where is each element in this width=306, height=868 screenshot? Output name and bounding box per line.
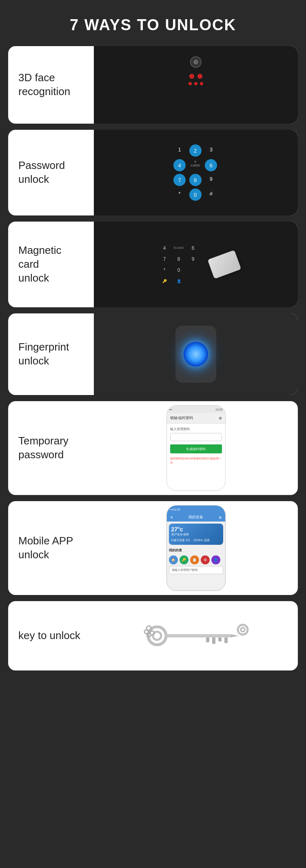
card-visual-temporary: ▪▪▪ 12:00 锁秘-临时密码 ⚙ 输入管理密码 生成临时密码 临时密码在3… xyxy=(94,401,298,495)
svg-point-13 xyxy=(241,628,245,632)
temp-generate-button[interactable]: 生成临时密码 xyxy=(170,444,222,453)
svg-rect-7 xyxy=(206,637,209,642)
fingerprint-device xyxy=(175,326,216,383)
app-icon-1[interactable]: 🏠 xyxy=(169,555,178,564)
mag-key-icon1: 🔑 xyxy=(159,277,170,286)
card-temporary-password: Temporarypassword ▪▪▪ 12:00 锁秘-临时密码 ⚙ 输入… xyxy=(8,401,298,495)
mag-key-7: 7 xyxy=(159,255,170,264)
mag-key-blank2 xyxy=(188,277,198,286)
temp-note-text: 临时密码在30分钟有效时间内只能使用一次 xyxy=(170,457,222,465)
temp-app-header: 锁秘-临时密码 ⚙ xyxy=(167,413,225,424)
app-icon-2[interactable]: 🔑 xyxy=(180,555,188,564)
card-mobile-app: Mobile APPunlock ▪▪▪ 12:00 ✕ 我的设备 ⊕ 27°c… xyxy=(8,501,298,595)
key-star: * xyxy=(173,189,186,198)
card-visual-face xyxy=(94,46,298,124)
face-camera-icon xyxy=(190,56,202,68)
app-password-placeholder: 请输入管理用户密码: xyxy=(172,568,198,571)
key-hash: # xyxy=(205,189,217,198)
temp-app-settings-icon: ⚙ xyxy=(219,416,222,420)
temp-time: 12:00 xyxy=(215,408,223,411)
svg-marker-11 xyxy=(231,634,239,637)
key-8: 8 xyxy=(189,174,202,186)
app-password-box: 请输入管理用户密码: xyxy=(169,566,223,574)
key-illustration xyxy=(141,619,251,652)
card-label-magnetic: Magnetic cardunlock xyxy=(8,235,94,293)
temporary-phone: ▪▪▪ 12:00 锁秘-临时密码 ⚙ 输入管理密码 生成临时密码 临时密码在3… xyxy=(166,405,226,491)
password-phone: 1 2 3 4 5CARD 6 7 8 9 * 0 # xyxy=(167,132,224,213)
card-visual-password: 1 2 3 4 5CARD 6 7 8 9 * 0 # xyxy=(94,130,298,215)
app-icon-4[interactable]: ⚙ xyxy=(201,555,210,564)
key-2: 2 xyxy=(189,144,202,157)
face-dots xyxy=(189,74,202,79)
svg-rect-9 xyxy=(218,637,222,642)
app-add-icon: ⊕ xyxy=(219,515,222,519)
mag-key-4: 4 xyxy=(159,244,170,253)
temp-status-bar: ▪▪▪ 12:00 xyxy=(167,406,225,413)
app-header-bar: ✕ 我的设备 ⊕ xyxy=(167,513,225,522)
app-sub-label: 用户安全·保障 xyxy=(171,533,221,537)
card-visual-fingerprint xyxy=(94,313,298,395)
magnetic-phone: 4 5CARD 6 7 8 9 * 0 🔑 👤 xyxy=(153,226,206,303)
app-temperature: 27°c xyxy=(171,526,221,533)
temp-input-label: 输入管理密码 xyxy=(170,427,222,431)
app-stat-2: 22/20⊕ 温度 xyxy=(193,538,209,542)
app-icon-5[interactable]: 👤 xyxy=(211,555,220,564)
card-visual-magnetic: 4 5CARD 6 7 8 9 * 0 🔑 👤 xyxy=(94,222,298,307)
key-1: 1 xyxy=(173,144,186,154)
key-6: 6 xyxy=(205,159,217,171)
mag-key-6: 6 xyxy=(188,244,198,253)
face-dots-row2 xyxy=(188,82,203,85)
key-0: 0 xyxy=(189,189,202,201)
card-visual-mobile: ▪▪▪ 12:00 ✕ 我的设备 ⊕ 27°c 用户安全·保障 5 磁力设备·5… xyxy=(94,501,298,595)
app-my-devices: 我的的查 xyxy=(167,547,225,554)
card-key-unlock: key to unlock xyxy=(8,601,298,670)
card-label-mobile: Mobile APPunlock xyxy=(8,526,94,570)
card-fingerprint: Fingerprintunlock xyxy=(8,313,298,395)
app-device-card: 27°c 用户安全·保障 5 磁力设备·5元 22/20⊕ 温度 xyxy=(169,524,223,545)
mag-key-0: 0 xyxy=(173,266,184,275)
app-stats-row: 5 磁力设备·5元 22/20⊕ 温度 xyxy=(171,538,221,542)
key-5-card: 5CARD xyxy=(189,159,202,169)
mag-key-star: * xyxy=(159,266,170,275)
key-9: 9 xyxy=(205,174,217,184)
temp-app-body: 输入管理密码 生成临时密码 临时密码在30分钟有效时间内只能使用一次 xyxy=(167,424,225,491)
key-7: 7 xyxy=(173,174,186,186)
card-label-temporary: Temporarypassword xyxy=(8,426,94,470)
card-label-key: key to unlock xyxy=(8,621,94,651)
app-stat-1: 5 磁力设备·5元 xyxy=(171,538,191,542)
card-label-face: 3D facerecognition xyxy=(8,63,94,107)
magnetic-visual: 4 5CARD 6 7 8 9 * 0 🔑 👤 xyxy=(153,226,239,303)
face-dot2-3 xyxy=(200,82,203,85)
card-face-recognition: 3D facerecognition xyxy=(8,46,298,124)
app-icon-3[interactable]: 📋 xyxy=(190,555,199,564)
temp-app-title: 锁秘-临时密码 xyxy=(170,415,193,421)
temp-input-field xyxy=(170,433,222,441)
mag-key-8: 8 xyxy=(173,255,184,264)
mag-keypad: 4 5CARD 6 7 8 9 * 0 🔑 👤 xyxy=(159,244,200,286)
svg-point-5 xyxy=(150,631,154,635)
key-3: 3 xyxy=(205,144,217,154)
page-title: 7 WAYS TO UNLOCK xyxy=(70,16,236,34)
face-dot2-1 xyxy=(188,82,192,85)
svg-rect-8 xyxy=(212,637,215,644)
card-visual-key xyxy=(94,601,298,670)
magnetic-card xyxy=(208,250,242,279)
key-4: 4 xyxy=(173,159,186,171)
face-phone xyxy=(169,51,222,119)
temp-signal: ▪▪▪ xyxy=(169,408,172,411)
mag-key-5: 5CARD xyxy=(173,244,184,253)
mag-key-icon2: 👤 xyxy=(173,277,184,286)
face-dot-1 xyxy=(189,74,194,79)
fingerprint-glow xyxy=(184,342,208,366)
svg-rect-6 xyxy=(165,634,231,637)
svg-point-12 xyxy=(238,625,248,635)
card-label-fingerprint: Fingerprintunlock xyxy=(8,332,94,376)
mobile-app-phone: ▪▪▪ 12:00 ✕ 我的设备 ⊕ 27°c 用户安全·保障 5 磁力设备·5… xyxy=(166,505,226,591)
app-status-bar: ▪▪▪ 12:00 xyxy=(167,506,225,513)
card-label-password: Passwordunlock xyxy=(8,151,94,195)
card-magnetic: Magnetic cardunlock 4 5CARD 6 7 8 9 * 0 … xyxy=(8,222,298,307)
svg-rect-10 xyxy=(224,637,228,643)
app-header-title: 我的设备 xyxy=(188,515,203,520)
app-back-icon: ✕ xyxy=(170,515,173,519)
keypad: 1 2 3 4 5CARD 6 7 8 9 * 0 # xyxy=(173,144,218,201)
